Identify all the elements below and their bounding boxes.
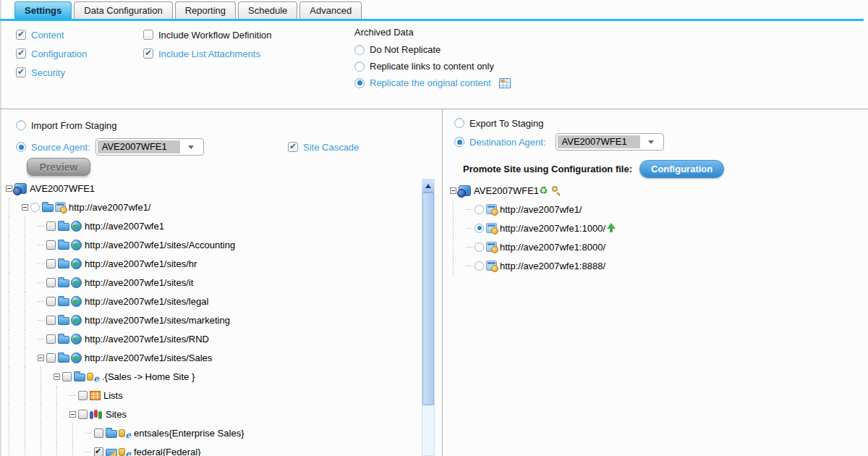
horizontal-divider <box>0 109 868 109</box>
tree-node-label[interactable]: http://ave2007wfe1:1000/ <box>500 223 605 234</box>
tree-node-label[interactable]: http://ave2007wfe1 <box>85 221 164 232</box>
import-from-staging-option: Import From Staging <box>16 116 117 135</box>
tree-row: http://ave2007wfe1:1000/ <box>450 219 618 237</box>
dropdown-arrow-icon[interactable] <box>640 140 662 144</box>
folder-icon <box>42 204 54 212</box>
tree-expander[interactable] <box>450 187 456 194</box>
tree-checkbox[interactable] <box>46 316 56 325</box>
tab-reporting[interactable]: Reporting <box>175 1 236 19</box>
dbe-icon <box>119 428 131 439</box>
tree-node-label[interactable]: http://ave2007wfe1/sites/Accounting <box>85 240 235 250</box>
source-agent-radio[interactable] <box>16 142 26 152</box>
radio-row-do-not-replicate: Do Not Replicate <box>354 41 512 58</box>
do-not-replicate-label: Do Not Replicate <box>370 44 441 55</box>
globe-icon <box>71 352 82 363</box>
tree-checkbox[interactable] <box>62 372 72 381</box>
security-checkbox[interactable] <box>16 67 26 77</box>
tree-radio[interactable] <box>475 205 484 214</box>
tree-node-label[interactable]: http://ave2007wfe1:8888/ <box>500 261 605 271</box>
replicate-the-original-content-radio[interactable] <box>354 78 365 88</box>
tree-node-label[interactable]: Lists <box>103 390 123 401</box>
tree-checkbox[interactable] <box>46 240 56 250</box>
import-from-staging-radio[interactable] <box>16 120 26 130</box>
tab-advanced[interactable]: Advanced <box>299 1 362 19</box>
replicate-links-to-content-only-radio[interactable] <box>354 62 365 72</box>
tree-indent <box>6 348 22 367</box>
tree-expander[interactable] <box>22 204 28 211</box>
dropdown-arrow-icon[interactable] <box>180 145 202 149</box>
folder-icon <box>58 242 69 250</box>
site-cascade-checkbox[interactable] <box>288 142 298 152</box>
tab-data-configuration[interactable]: Data Configuration <box>74 1 172 19</box>
tree-checkbox[interactable] <box>78 410 88 419</box>
tree-checkbox[interactable] <box>46 278 56 287</box>
scroll-thumb[interactable] <box>422 193 434 405</box>
checkbox-row-configuration: Configuration <box>16 44 87 63</box>
tree-node-label[interactable]: http://ave2007wfe1/sites/legal <box>85 296 208 307</box>
globe-icon <box>71 221 82 232</box>
tree-node-label[interactable]: http://ave2007wfe1/sites/hr <box>85 258 197 269</box>
tree-node-label[interactable]: http://ave2007wfe1/sites/it <box>85 277 193 288</box>
tree-checkbox[interactable] <box>46 353 56 363</box>
tree-connector <box>466 228 472 229</box>
tree-connector <box>38 245 44 245</box>
tree-node-label[interactable]: federal{Federal} <box>134 447 201 456</box>
tree-node-label[interactable]: .{Sales -> Home Site } <box>102 371 195 382</box>
magnifier-icon[interactable] <box>551 185 561 195</box>
export-to-staging-option: Export To Staging <box>454 114 543 132</box>
tree-node-label[interactable]: AVE2007WFE1 <box>30 183 95 194</box>
tree-node-label[interactable]: http://ave2007wfe1/ <box>69 202 150 213</box>
tree-row: http://ave2007wfe1 <box>6 216 244 235</box>
tab-settings[interactable]: Settings <box>14 1 72 19</box>
include-workflow-definition-checkbox[interactable] <box>143 30 153 40</box>
include-workflow-definition-label: Include Workflow Definition <box>158 30 272 41</box>
scroll-up-button[interactable] <box>422 180 434 193</box>
source-agent-value: AVE2007WFE1 <box>98 140 180 153</box>
tree-expander[interactable] <box>54 373 60 380</box>
tree-node-label[interactable]: AVE2007WFE1 <box>474 185 539 196</box>
tree-radio[interactable] <box>475 261 484 271</box>
tree-connector <box>466 266 472 266</box>
webapp-icon <box>486 204 497 214</box>
destination-agent-dropdown[interactable]: AVE2007WFE1 <box>556 133 664 151</box>
tab-schedule[interactable]: Schedule <box>238 1 297 19</box>
tree-expander[interactable] <box>38 355 44 361</box>
preview-button[interactable]: Preview <box>27 158 90 176</box>
tree-checkbox[interactable] <box>46 221 56 231</box>
tree-indent <box>6 405 22 423</box>
destination-agent-radio[interactable] <box>454 137 464 147</box>
tree-connector <box>38 301 44 302</box>
include-list-attachments-checkbox[interactable] <box>143 48 153 59</box>
tree-checkbox[interactable] <box>78 391 88 400</box>
content-checkbox[interactable] <box>16 30 26 40</box>
refresh-icon[interactable] <box>539 185 550 196</box>
tree-node-label[interactable]: http://ave2007wfe1/ <box>500 204 582 215</box>
tree-node-label[interactable]: entsales{Enterprise Sales} <box>134 428 244 439</box>
tree-row: http://ave2007wfe1/sites/it <box>6 273 244 292</box>
export-to-staging-radio[interactable] <box>454 118 464 128</box>
do-not-replicate-radio[interactable] <box>354 45 365 55</box>
tree-radio[interactable] <box>30 203 40 212</box>
tree-node-label[interactable]: http://ave2007wfe1:8000/ <box>500 242 605 253</box>
dbe-icon <box>87 371 99 382</box>
tree-expander[interactable] <box>6 185 12 192</box>
tree-radio[interactable] <box>475 224 484 233</box>
tree-row: http://ave2007wfe1/sites/RND <box>6 329 244 348</box>
configuration-button[interactable]: Configuration <box>639 160 724 178</box>
tree-expander[interactable] <box>69 411 76 418</box>
tree-checkbox[interactable] <box>46 334 56 344</box>
tree-node-label[interactable]: http://ave2007wfe1/sites/marketing <box>85 315 230 326</box>
configuration-checkbox[interactable] <box>16 48 26 59</box>
tree-node-label[interactable]: Sites <box>106 409 127 420</box>
tree-checkbox[interactable] <box>94 428 103 438</box>
tree-checkbox[interactable] <box>94 447 103 456</box>
tree-checkbox[interactable] <box>46 259 56 269</box>
tree-node-label[interactable]: http://ave2007wfe1/sites/RND <box>85 334 209 345</box>
tree-radio[interactable] <box>475 242 484 252</box>
source-agent-label: Source Agent: <box>31 142 90 153</box>
tree-node-label[interactable]: http://ave2007wfe1/sites/Sales <box>85 352 212 363</box>
tree-checkbox[interactable] <box>46 297 56 306</box>
folder-icon <box>58 279 69 287</box>
source-agent-dropdown[interactable]: AVE2007WFE1 <box>95 138 204 156</box>
tree-scrollbar[interactable] <box>422 179 435 456</box>
